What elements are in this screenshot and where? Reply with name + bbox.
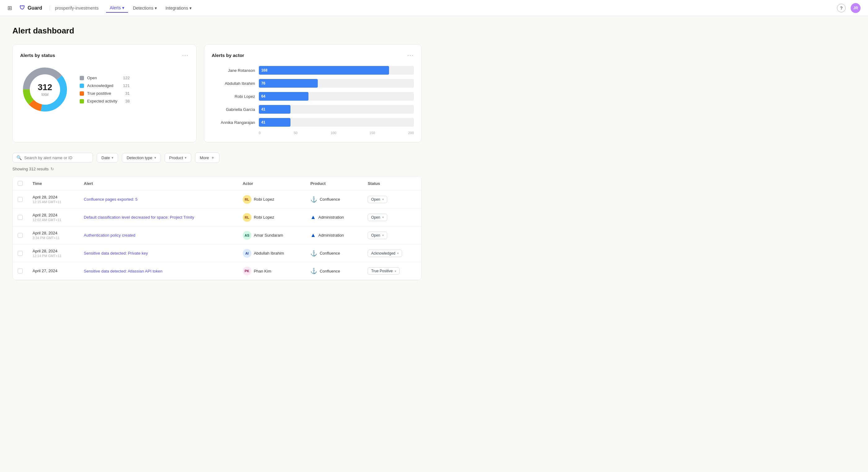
status-chart-title: Alerts by status	[20, 53, 55, 58]
axis-100: 100	[331, 131, 336, 135]
confluence-icon: ⚓	[310, 250, 317, 257]
status-badge[interactable]: Acknowledged ▾	[368, 249, 402, 257]
actor-cell: RL Robi Lopez	[243, 213, 301, 222]
detection-type-filter-button[interactable]: Detection type ▾	[122, 153, 161, 163]
search-icon: 🔍	[17, 155, 22, 160]
date-filter-button[interactable]: Date ▾	[97, 153, 118, 163]
alert-link[interactable]: Authentication policy created	[84, 233, 135, 238]
actor-cell: RL Robi Lopez	[243, 195, 301, 204]
donut-section: 312 total Open 122 Acknowledged 121	[20, 65, 189, 114]
alert-link[interactable]: Default classification level decreased f…	[84, 215, 194, 220]
charts-row: Alerts by status ···	[12, 44, 422, 142]
alerts-table: Time Alert Actor Product Status April 28…	[12, 176, 422, 280]
nav-link-detections[interactable]: Detections ▾	[129, 4, 161, 12]
row-alert: Sensitive data detected: Private key	[79, 244, 238, 262]
row-checkbox[interactable]	[18, 215, 23, 220]
alert-link[interactable]: Confluence pages exported: 5	[84, 197, 137, 202]
time-main: April 28, 2024	[33, 213, 74, 217]
row-time: April 27, 2024	[28, 262, 79, 280]
row-alert: Default classification level decreased f…	[79, 208, 238, 226]
row-actor: AS Amar Sundaram	[238, 226, 306, 244]
header-product: Product	[305, 176, 363, 191]
filters-row: 🔍 Date ▾ Detection type ▾ Product ▾ More…	[12, 153, 422, 163]
row-checkbox[interactable]	[18, 251, 23, 256]
table-row: April 27, 2024 Sensitive data detected: …	[13, 262, 421, 280]
alert-link[interactable]: Sensitive data detected: Private key	[84, 251, 148, 256]
legend-label-expected: Expected activity	[87, 99, 118, 103]
status-chart-menu[interactable]: ···	[182, 52, 189, 59]
row-actor: PK Phan Kim	[238, 262, 306, 280]
row-status: Acknowledged ▾	[363, 244, 421, 262]
actor-name-gabriella: Gabriella Garcia	[212, 107, 255, 112]
bar-value-jane: 168	[261, 68, 268, 72]
refresh-icon[interactable]: ↻	[51, 167, 54, 171]
row-status: Open ▾	[363, 191, 421, 208]
actor-avatar: AI	[243, 249, 251, 258]
detection-type-label: Detection type	[126, 156, 152, 160]
actor-name: Robi Lopez	[254, 215, 274, 220]
actor-avatar: AS	[243, 231, 251, 240]
bar-track-jane: 168	[259, 66, 414, 75]
row-product: ⚓ Confluence	[305, 262, 363, 280]
help-button[interactable]: ?	[837, 4, 846, 12]
more-filter-button[interactable]: More ＋	[195, 153, 219, 163]
header-alert: Alert	[79, 176, 238, 191]
actor-chart-menu[interactable]: ···	[407, 52, 414, 59]
product-name: Confluence	[320, 269, 340, 273]
more-plus-icon: ＋	[211, 155, 215, 161]
search-box[interactable]: 🔍	[12, 153, 93, 163]
product-filter-button[interactable]: Product ▾	[165, 153, 192, 163]
product-name: Confluence	[320, 197, 340, 202]
legend-count-true-positive: 31	[121, 91, 130, 96]
time-sub: 12:14 PM GMT+11	[33, 254, 74, 258]
axis-50: 50	[293, 131, 297, 135]
status-badge[interactable]: Open ▾	[368, 196, 387, 203]
actor-cell: AS Amar Sundaram	[243, 231, 301, 240]
confluence-icon: ⚓	[310, 196, 317, 203]
legend-item-expected: Expected activity 38	[80, 99, 130, 103]
legend-count-expected: 38	[121, 99, 130, 103]
results-text: Showing 312 results	[12, 167, 49, 171]
select-all-checkbox[interactable]	[18, 181, 23, 186]
status-chevron-icon: ▾	[382, 215, 384, 219]
status-badge[interactable]: Open ▾	[368, 214, 387, 221]
results-info: Showing 312 results ↻	[12, 167, 422, 171]
status-badge[interactable]: Open ▾	[368, 232, 387, 239]
actor-bar-chart: Jane Rotanson 168 Abdullah Ibrahim 76	[212, 65, 414, 135]
nav-link-integrations[interactable]: Integrations ▾	[162, 4, 195, 12]
bar-row-abdullah: Abdullah Ibrahim 76	[212, 79, 414, 88]
row-checkbox[interactable]	[18, 233, 23, 238]
actor-cell: AI Abdullah Ibrahim	[243, 249, 301, 258]
status-chart-header: Alerts by status ···	[20, 52, 189, 59]
search-input[interactable]	[24, 156, 89, 160]
row-status: Open ▾	[363, 208, 421, 226]
status-badge[interactable]: True Positive ▾	[368, 267, 400, 275]
row-checkbox[interactable]	[18, 269, 23, 273]
actor-chart-header: Alerts by actor ···	[212, 52, 414, 59]
actor-avatar: PK	[243, 267, 251, 275]
product-label: Product	[169, 156, 183, 160]
status-chevron-icon: ▾	[382, 234, 384, 237]
actor-name-jane: Jane Rotanson	[212, 68, 255, 73]
donut-label: total	[38, 92, 52, 97]
status-chevron-icon: ▾	[382, 198, 384, 201]
actor-chart-title: Alerts by actor	[212, 53, 244, 58]
bar-value-abdullah: 76	[261, 81, 266, 86]
user-avatar[interactable]: JR	[850, 3, 861, 13]
row-checkbox[interactable]	[18, 197, 23, 202]
time-main: April 27, 2024	[33, 269, 74, 273]
header-status: Status	[363, 176, 421, 191]
header-time: Time	[28, 176, 79, 191]
row-checkbox-cell	[13, 244, 28, 262]
legend-label-open: Open	[87, 75, 118, 80]
nav-link-alerts[interactable]: Alerts ▾	[106, 3, 128, 13]
bar-track-gabriella: 41	[259, 105, 414, 114]
apps-icon[interactable]: ⊞	[7, 5, 12, 11]
status-text: Open	[371, 197, 380, 202]
page-content: Alert dashboard Alerts by status ···	[0, 16, 434, 290]
nav-logo-text: Guard	[28, 5, 42, 11]
product-name: Administration	[318, 215, 344, 220]
table: Time Alert Actor Product Status April 28…	[13, 176, 421, 280]
detection-type-chevron-icon: ▾	[154, 156, 156, 160]
alert-link[interactable]: Sensitive data detected: Atlassian API t…	[84, 269, 162, 273]
